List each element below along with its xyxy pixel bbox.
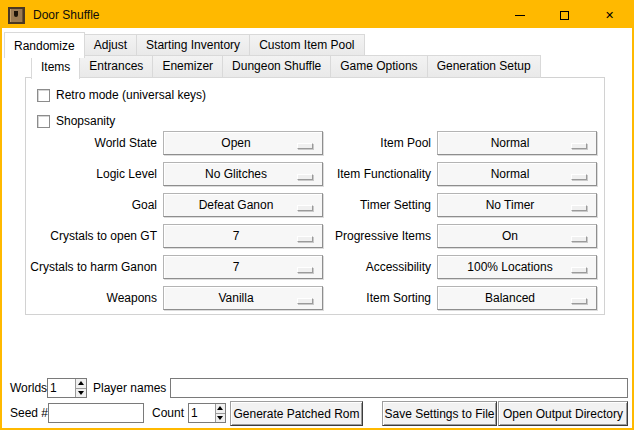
items-panel: Retro mode (universal keys) Shopsanity W…	[25, 77, 605, 315]
maximize-icon	[560, 11, 569, 20]
spin-up-button[interactable]	[76, 379, 86, 389]
spinner-buttons	[75, 379, 86, 397]
window-controls: ✕	[497, 2, 632, 28]
tab-starting-inventory[interactable]: Starting Inventory	[137, 34, 250, 57]
arrow-up-icon	[217, 406, 223, 410]
dropdown-indicator-icon	[297, 205, 313, 211]
item-functionality-label: Item Functionality	[323, 162, 437, 186]
tab-dungeon-shuffle[interactable]: Dungeon Shuffle	[223, 55, 331, 78]
player-names-label: Player names	[93, 378, 166, 398]
worlds-spinner[interactable]	[47, 378, 87, 398]
retro-mode-option[interactable]: Retro mode (universal keys)	[37, 88, 206, 102]
minimize-icon	[515, 15, 525, 16]
door-icon	[8, 7, 25, 24]
item-sorting-label: Item Sorting	[323, 286, 437, 310]
title-bar[interactable]: Door Shuffle ✕	[2, 2, 632, 28]
sub-tab-bar: Items Entrances Enemizer Dungeon Shuffle…	[31, 57, 541, 78]
dropdown-indicator-icon	[571, 267, 587, 273]
option-row: Crystals to open GT 7 Progressive Items …	[27, 224, 597, 248]
count-spinner[interactable]	[188, 403, 226, 423]
timer-setting-dropdown[interactable]: No Timer	[437, 193, 597, 217]
count-label: Count	[152, 403, 184, 423]
crystals-gt-dropdown[interactable]: 7	[163, 224, 323, 248]
shopsanity-checkbox[interactable]	[37, 115, 50, 128]
tab-entrances[interactable]: Entrances	[80, 55, 153, 78]
tab-generation-setup[interactable]: Generation Setup	[428, 55, 541, 78]
shopsanity-label: Shopsanity	[56, 114, 115, 128]
retro-mode-label: Retro mode (universal keys)	[56, 88, 206, 102]
open-output-directory-button[interactable]: Open Output Directory	[498, 401, 628, 426]
option-row: World State Open Item Pool Normal	[27, 131, 597, 155]
close-button[interactable]: ✕	[587, 2, 632, 28]
retro-mode-checkbox[interactable]	[37, 89, 50, 102]
shopsanity-option[interactable]: Shopsanity	[37, 114, 115, 128]
arrow-up-icon	[78, 381, 84, 385]
option-row: Weapons Vanilla Item Sorting Balanced	[27, 286, 597, 310]
weapons-dropdown[interactable]: Vanilla	[163, 286, 323, 310]
save-settings-button[interactable]: Save Settings to File	[382, 401, 497, 426]
timer-setting-label: Timer Setting	[323, 193, 437, 217]
seed-input[interactable]	[48, 403, 144, 423]
item-pool-dropdown[interactable]: Normal	[437, 131, 597, 155]
window-title: Door Shuffle	[33, 8, 100, 22]
tab-game-options[interactable]: Game Options	[331, 55, 427, 78]
dropdown-indicator-icon	[297, 236, 313, 242]
player-names-input[interactable]	[170, 378, 628, 398]
tab-adjust[interactable]: Adjust	[85, 34, 137, 57]
dropdown-indicator-icon	[297, 298, 313, 304]
worlds-input[interactable]	[48, 379, 75, 397]
accessibility-label: Accessibility	[323, 255, 437, 279]
item-pool-label: Item Pool	[323, 131, 437, 155]
door-shuffle-window: Door Shuffle ✕ Randomize Adjust Starting…	[0, 0, 634, 430]
world-state-dropdown[interactable]: Open	[163, 131, 323, 155]
dropdown-indicator-icon	[571, 298, 587, 304]
logic-level-dropdown[interactable]: No Glitches	[163, 162, 323, 186]
tab-enemizer[interactable]: Enemizer	[153, 55, 223, 78]
arrow-down-icon	[78, 391, 84, 395]
dropdown-indicator-icon	[571, 143, 587, 149]
option-row: Goal Defeat Ganon Timer Setting No Timer	[27, 193, 597, 217]
tab-custom-item-pool[interactable]: Custom Item Pool	[250, 34, 364, 57]
seed-label: Seed #	[10, 403, 48, 423]
item-functionality-dropdown[interactable]: Normal	[437, 162, 597, 186]
close-icon: ✕	[605, 10, 614, 21]
generate-patched-rom-button[interactable]: Generate Patched Rom	[230, 401, 363, 426]
tab-randomize[interactable]: Randomize	[4, 32, 85, 58]
dropdown-indicator-icon	[571, 174, 587, 180]
crystals-ganon-label: Crystals to harm Ganon	[27, 255, 163, 279]
dropdown-indicator-icon	[571, 205, 587, 211]
maximize-button[interactable]	[542, 2, 587, 28]
world-state-label: World State	[27, 131, 163, 155]
goal-dropdown[interactable]: Defeat Ganon	[163, 193, 323, 217]
progressive-items-dropdown[interactable]: On	[437, 224, 597, 248]
worlds-label: Worlds	[10, 378, 47, 398]
weapons-label: Weapons	[27, 286, 163, 310]
minimize-button[interactable]	[497, 2, 542, 28]
logic-level-label: Logic Level	[27, 162, 163, 186]
dropdown-indicator-icon	[571, 236, 587, 242]
crystals-ganon-dropdown[interactable]: 7	[163, 255, 323, 279]
goal-label: Goal	[27, 193, 163, 217]
count-input[interactable]	[189, 404, 215, 422]
dropdown-indicator-icon	[297, 267, 313, 273]
dropdown-indicator-icon	[297, 143, 313, 149]
spin-down-button[interactable]	[216, 414, 225, 423]
crystals-gt-label: Crystals to open GT	[27, 224, 163, 248]
item-sorting-dropdown[interactable]: Balanced	[437, 286, 597, 310]
spinner-buttons	[215, 404, 225, 422]
spin-down-button[interactable]	[76, 389, 86, 398]
option-row: Crystals to harm Ganon 7 Accessibility 1…	[27, 255, 597, 279]
accessibility-dropdown[interactable]: 100% Locations	[437, 255, 597, 279]
progressive-items-label: Progressive Items	[323, 224, 437, 248]
dropdown-indicator-icon	[297, 174, 313, 180]
option-row: Logic Level No Glitches Item Functionali…	[27, 162, 597, 186]
spin-up-button[interactable]	[216, 404, 225, 414]
main-tab-bar: Randomize Adjust Starting Inventory Cust…	[4, 31, 365, 57]
arrow-down-icon	[217, 416, 223, 420]
